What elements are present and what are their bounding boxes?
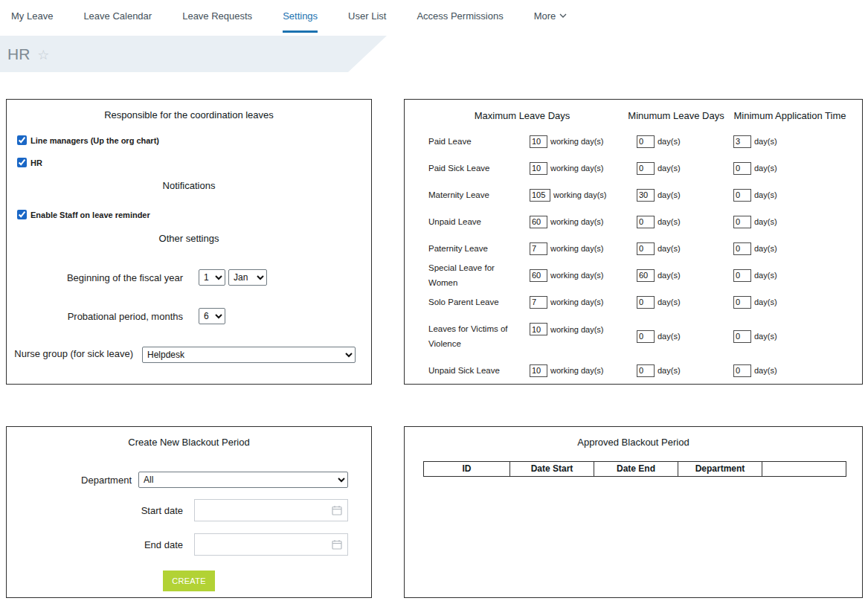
leave-reminder-checkbox[interactable] bbox=[17, 210, 27, 219]
tab-user-list[interactable]: User List bbox=[348, 10, 386, 33]
tab-access-permissions[interactable]: Access Permissions bbox=[417, 10, 503, 33]
start-date-text-field[interactable] bbox=[195, 500, 332, 521]
leave-row: Paid Sick Leave working day(s) day(s) da… bbox=[428, 155, 856, 181]
leave-type-label: Paid Leave bbox=[428, 134, 530, 149]
min-leave-days-input[interactable] bbox=[637, 269, 655, 282]
min-leave-days-input[interactable] bbox=[637, 162, 655, 175]
unit-label: day(s) bbox=[658, 164, 681, 173]
hr-label: HR bbox=[30, 158, 42, 167]
tab-label: My Leave bbox=[11, 10, 53, 22]
nurse-group-select[interactable]: Helpdesk bbox=[142, 347, 356, 363]
calendar-icon[interactable] bbox=[332, 505, 342, 515]
department-row: Department All bbox=[7, 472, 348, 488]
line-managers-checkbox-row: Line managers (Up the org chart) bbox=[17, 135, 159, 145]
max-leave-days-input[interactable] bbox=[530, 216, 547, 228]
leave-type-label: Solo Parent Leave bbox=[428, 295, 530, 309]
unit-label: day(s) bbox=[754, 271, 777, 280]
nurse-group-label: Nurse group (for sick leave) bbox=[7, 347, 133, 361]
max-leave-days-input[interactable] bbox=[530, 323, 547, 335]
max-leave-days-input[interactable] bbox=[530, 189, 550, 202]
min-leave-days-input[interactable] bbox=[637, 296, 655, 309]
probation-label: Probational period, months bbox=[7, 311, 183, 322]
min-application-time-header: Minimum Application Time bbox=[734, 110, 846, 121]
unit-label: working day(s) bbox=[550, 271, 604, 280]
favorite-star-icon[interactable]: ☆ bbox=[37, 47, 49, 62]
probation-select[interactable]: 6 bbox=[199, 308, 225, 324]
hr-checkbox-row: HR bbox=[17, 158, 42, 167]
tab-label: Settings bbox=[283, 10, 318, 22]
end-date-label: End date bbox=[7, 539, 183, 550]
max-leave-days-input[interactable] bbox=[530, 162, 547, 175]
end-date-row: End date bbox=[7, 533, 348, 556]
unit-label: working day(s) bbox=[550, 325, 604, 334]
min-leave-days-input[interactable] bbox=[637, 216, 655, 228]
leave-row: Solo Parent Leave working day(s) day(s) … bbox=[428, 289, 856, 315]
min-leave-days-input[interactable] bbox=[637, 242, 655, 255]
start-date-input[interactable] bbox=[194, 499, 348, 521]
leave-type-label: Paternity Leave bbox=[428, 241, 530, 256]
tab-settings[interactable]: Settings bbox=[283, 10, 318, 33]
max-leave-days-input[interactable] bbox=[530, 296, 547, 309]
department-label: Department bbox=[7, 475, 132, 486]
start-date-row: Start date bbox=[7, 499, 348, 521]
unit-label: day(s) bbox=[754, 332, 777, 341]
min-application-time-input[interactable] bbox=[733, 216, 751, 228]
tab-label: User List bbox=[348, 10, 386, 22]
min-leave-days-input[interactable] bbox=[637, 364, 655, 377]
leave-row: Leaves for Victims of Violence working d… bbox=[428, 315, 856, 357]
min-application-time-input[interactable] bbox=[733, 364, 751, 377]
leave-row: Paternity Leave working day(s) day(s) da… bbox=[428, 235, 856, 262]
unit-label: day(s) bbox=[658, 298, 681, 306]
tab-more[interactable]: More bbox=[534, 10, 568, 33]
end-date-text-field[interactable] bbox=[195, 534, 332, 555]
unit-label: day(s) bbox=[754, 137, 777, 146]
min-leave-days-input[interactable] bbox=[637, 135, 655, 148]
tab-label: Leave Calendar bbox=[83, 10, 152, 22]
max-leave-days-input[interactable] bbox=[530, 364, 547, 377]
fiscal-year-day-select[interactable]: 1 bbox=[199, 269, 225, 286]
calendar-icon[interactable] bbox=[332, 539, 342, 550]
leave-type-label: Special Leave for Women bbox=[428, 260, 530, 290]
min-application-time-input[interactable] bbox=[733, 189, 751, 202]
tab-leave-calendar[interactable]: Leave Calendar bbox=[83, 10, 152, 33]
unit-label: working day(s) bbox=[550, 164, 604, 173]
tab-my-leave[interactable]: My Leave bbox=[11, 10, 53, 33]
create-button[interactable]: CREATE bbox=[163, 571, 215, 591]
approved-blackout-table: ID Date Start Date End Department bbox=[423, 461, 846, 477]
unit-label: day(s) bbox=[658, 244, 681, 253]
max-leave-days-header: Maximum Leave Days bbox=[475, 110, 570, 121]
max-leave-days-input[interactable] bbox=[530, 242, 547, 255]
unit-label: working day(s) bbox=[550, 366, 604, 375]
column-header-id: ID bbox=[424, 462, 509, 476]
approved-blackout-title: Approved Blackout Period bbox=[405, 437, 862, 448]
min-application-time-input[interactable] bbox=[733, 269, 751, 282]
line-managers-checkbox[interactable] bbox=[17, 135, 27, 145]
chevron-down-icon bbox=[559, 13, 567, 18]
unit-label: day(s) bbox=[658, 366, 681, 375]
min-leave-days-input[interactable] bbox=[637, 330, 655, 343]
min-application-time-input[interactable] bbox=[733, 242, 751, 255]
unit-label: day(s) bbox=[658, 217, 681, 226]
unit-label: working day(s) bbox=[550, 298, 604, 306]
approved-blackout-panel: Approved Blackout Period ID Date Start D… bbox=[404, 426, 863, 598]
min-application-time-input[interactable] bbox=[733, 296, 751, 309]
fiscal-year-month-select[interactable]: Jan bbox=[228, 269, 267, 286]
fiscal-year-label: Beginning of the fiscal year bbox=[7, 272, 183, 283]
max-leave-days-input[interactable] bbox=[530, 269, 547, 282]
create-blackout-panel: Create New Blackout Period Department Al… bbox=[6, 426, 372, 598]
unit-label: day(s) bbox=[754, 190, 777, 199]
min-application-time-input[interactable] bbox=[733, 135, 751, 148]
min-application-time-input[interactable] bbox=[733, 330, 751, 343]
unit-label: day(s) bbox=[658, 271, 681, 280]
end-date-input[interactable] bbox=[194, 533, 348, 556]
min-leave-days-input[interactable] bbox=[637, 189, 655, 202]
max-leave-days-input[interactable] bbox=[530, 135, 547, 148]
hr-checkbox[interactable] bbox=[17, 158, 27, 167]
column-header-empty bbox=[762, 462, 846, 476]
leave-type-label: Leaves for Victims of Violence bbox=[428, 321, 530, 351]
min-application-time-input[interactable] bbox=[733, 162, 751, 175]
department-select[interactable]: All bbox=[138, 472, 348, 488]
fiscal-year-row: Beginning of the fiscal year 1 Jan bbox=[7, 269, 267, 286]
unit-label: day(s) bbox=[658, 332, 681, 341]
tab-leave-requests[interactable]: Leave Requests bbox=[182, 10, 252, 33]
